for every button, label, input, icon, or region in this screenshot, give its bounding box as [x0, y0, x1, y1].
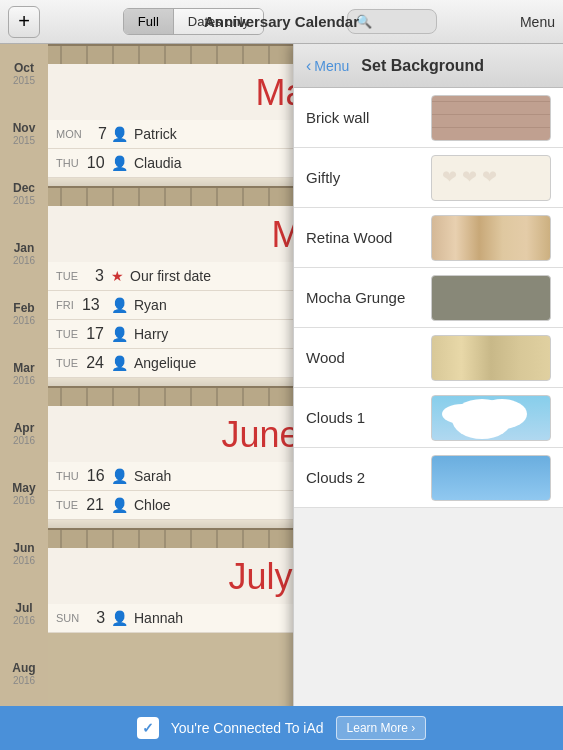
person-icon-sarah: 👤: [111, 468, 128, 484]
panel-back-button[interactable]: ‹ Menu: [306, 57, 349, 75]
day-info-angelique: TUE 24: [56, 354, 111, 372]
bg-label-giftly: Giftly: [306, 169, 431, 186]
bg-preview-giftly: [431, 155, 551, 201]
panel-header: ‹ Menu Set Background: [294, 44, 563, 88]
bg-option-retina-wood[interactable]: Retina Wood: [294, 208, 563, 268]
sidebar-month-jan2016[interactable]: Jan 2016: [0, 224, 48, 284]
person-icon-claudia: 👤: [111, 155, 128, 171]
bg-option-clouds1[interactable]: Clouds 1: [294, 388, 563, 448]
sidebar-year: 2015: [13, 75, 35, 87]
iad-learn-more-button[interactable]: Learn More ›: [336, 716, 427, 740]
person-icon-harry: 👤: [111, 326, 128, 342]
july-name-red: July: [228, 556, 292, 597]
sidebar-month-aug2016[interactable]: Aug 2016: [0, 644, 48, 704]
iad-text: You're Connected To iAd: [171, 720, 324, 736]
person-icon-patrick: 👤: [111, 126, 128, 142]
sidebar-month-may2016[interactable]: May 2016: [0, 464, 48, 524]
sidebar-month-mar2016[interactable]: Mar 2016: [0, 344, 48, 404]
iad-banner: ✓ You're Connected To iAd Learn More ›: [0, 706, 563, 750]
bg-label-mocha-grunge: Mocha Grunge: [306, 289, 431, 306]
bg-label-clouds2: Clouds 2: [306, 469, 431, 486]
sidebar-month-oct2015[interactable]: Oct 2015: [0, 44, 48, 104]
person-icon-angelique: 👤: [111, 355, 128, 371]
bg-option-clouds2[interactable]: Clouds 2: [294, 448, 563, 508]
day-info-claudia: THU 10: [56, 154, 111, 172]
day-info-chloe: TUE 21: [56, 496, 111, 514]
bg-label-wood: Wood: [306, 349, 431, 366]
june-name-red: June: [221, 414, 299, 455]
sidebar-month-dec2015[interactable]: Dec 2015: [0, 164, 48, 224]
bg-preview-clouds2: [431, 455, 551, 501]
plus-icon: +: [18, 10, 30, 33]
main-area: Oct 2015 Nov 2015 Dec 2015 Jan 2016 Feb …: [0, 44, 563, 750]
person-icon-ryan: 👤: [111, 297, 128, 313]
menu-button[interactable]: Menu: [520, 14, 555, 30]
back-label: Menu: [314, 58, 349, 74]
sidebar-month-apr2016[interactable]: Apr 2016: [0, 404, 48, 464]
panel-title: Set Background: [361, 57, 484, 75]
add-button[interactable]: +: [8, 6, 40, 38]
sidebar-month-nov2015[interactable]: Nov 2015: [0, 104, 48, 164]
toolbar: + Full Dates only Anniversary Calendar 🔍…: [0, 0, 563, 44]
bg-preview-brick-wall: [431, 95, 551, 141]
sidebar-month-jul2016[interactable]: Jul 2016: [0, 584, 48, 644]
set-background-panel: ‹ Menu Set Background Brick wall Giftly …: [293, 44, 563, 750]
full-button[interactable]: Full: [124, 9, 174, 34]
day-info-patrick: MON 7: [56, 125, 111, 143]
day-info-sarah: THU 16: [56, 467, 111, 485]
app-title: Anniversary Calendar: [204, 13, 359, 30]
search-box[interactable]: 🔍: [347, 9, 437, 34]
bg-label-retina-wood: Retina Wood: [306, 229, 431, 246]
bg-preview-clouds1: [431, 395, 551, 441]
bg-option-mocha-grunge[interactable]: Mocha Grunge: [294, 268, 563, 328]
bg-option-wood[interactable]: Wood: [294, 328, 563, 388]
bg-option-giftly[interactable]: Giftly: [294, 148, 563, 208]
bg-option-brick-wall[interactable]: Brick wall: [294, 88, 563, 148]
day-info-first-date: TUE 3: [56, 267, 111, 285]
bg-label-clouds1: Clouds 1: [306, 409, 431, 426]
bg-label-brick-wall: Brick wall: [306, 109, 431, 126]
bg-preview-mocha-grunge: [431, 275, 551, 321]
day-info-ryan: FRI 13: [56, 296, 111, 314]
day-info-hannah: SUN 3: [56, 609, 111, 627]
star-icon: ★: [111, 268, 124, 284]
back-chevron-icon: ‹: [306, 57, 311, 75]
person-icon-hannah: 👤: [111, 610, 128, 626]
sidebar-month-jun2016[interactable]: Jun 2016: [0, 524, 48, 584]
sidebar-month-abbr: Oct: [14, 61, 34, 75]
bg-preview-wood: [431, 335, 551, 381]
iad-checkmark-icon: ✓: [137, 717, 159, 739]
sidebar: Oct 2015 Nov 2015 Dec 2015 Jan 2016 Feb …: [0, 44, 48, 750]
day-info-harry: TUE 17: [56, 325, 111, 343]
bg-preview-retina-wood: [431, 215, 551, 261]
sidebar-month-feb2016[interactable]: Feb 2016: [0, 284, 48, 344]
person-icon-chloe: 👤: [111, 497, 128, 513]
